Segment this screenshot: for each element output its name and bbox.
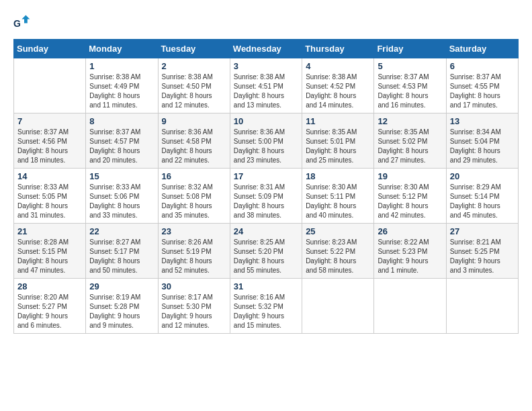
day-info: Sunrise: 8:38 AM Sunset: 4:51 PM Dayligh… (234, 73, 298, 110)
day-number: 20 (450, 171, 515, 181)
day-cell: 13Sunrise: 8:34 AM Sunset: 5:04 PM Dayli… (446, 113, 518, 169)
day-number: 5 (378, 61, 442, 71)
day-cell: 26Sunrise: 8:22 AM Sunset: 5:23 PM Dayli… (374, 224, 446, 279)
col-sunday: Sunday (14, 40, 86, 58)
col-thursday: Thursday (302, 40, 374, 58)
day-number: 19 (378, 171, 442, 181)
day-cell: 7Sunrise: 8:37 AM Sunset: 4:56 PM Daylig… (14, 113, 86, 169)
day-number: 13 (450, 116, 515, 126)
day-number: 6 (450, 61, 515, 71)
day-info: Sunrise: 8:29 AM Sunset: 5:14 PM Dayligh… (450, 183, 515, 220)
day-info: Sunrise: 8:20 AM Sunset: 5:27 PM Dayligh… (17, 293, 82, 330)
day-info: Sunrise: 8:37 AM Sunset: 4:56 PM Dayligh… (17, 128, 82, 165)
day-cell: 5Sunrise: 8:37 AM Sunset: 4:53 PM Daylig… (374, 58, 446, 113)
day-number: 12 (378, 116, 442, 126)
day-number: 24 (234, 226, 298, 236)
day-cell: 4Sunrise: 8:38 AM Sunset: 4:52 PM Daylig… (302, 58, 374, 113)
week-row-0: 1Sunrise: 8:38 AM Sunset: 4:49 PM Daylig… (14, 58, 519, 113)
day-cell: 15Sunrise: 8:33 AM Sunset: 5:06 PM Dayli… (86, 169, 158, 224)
day-info: Sunrise: 8:30 AM Sunset: 5:11 PM Dayligh… (306, 183, 370, 220)
calendar-header: Sunday Monday Tuesday Wednesday Thursday… (14, 40, 519, 58)
day-info: Sunrise: 8:37 AM Sunset: 4:55 PM Dayligh… (450, 73, 515, 110)
day-number: 9 (162, 116, 226, 126)
day-cell: 22Sunrise: 8:27 AM Sunset: 5:17 PM Dayli… (86, 224, 158, 279)
day-info: Sunrise: 8:34 AM Sunset: 5:04 PM Dayligh… (450, 128, 515, 165)
logo: G (13, 13, 35, 32)
day-info: Sunrise: 8:17 AM Sunset: 5:30 PM Dayligh… (162, 293, 226, 330)
day-info: Sunrise: 8:37 AM Sunset: 4:57 PM Dayligh… (89, 128, 154, 165)
day-info: Sunrise: 8:32 AM Sunset: 5:08 PM Dayligh… (162, 183, 226, 220)
day-info: Sunrise: 8:16 AM Sunset: 5:32 PM Dayligh… (234, 293, 298, 330)
day-number: 27 (450, 226, 515, 236)
day-cell: 9Sunrise: 8:36 AM Sunset: 4:58 PM Daylig… (158, 113, 230, 169)
day-cell: 29Sunrise: 8:19 AM Sunset: 5:28 PM Dayli… (86, 279, 158, 334)
day-cell (374, 279, 446, 334)
col-saturday: Saturday (446, 40, 518, 58)
day-cell: 2Sunrise: 8:38 AM Sunset: 4:50 PM Daylig… (158, 58, 230, 113)
day-info: Sunrise: 8:33 AM Sunset: 5:05 PM Dayligh… (17, 183, 82, 220)
day-cell: 10Sunrise: 8:36 AM Sunset: 5:00 PM Dayli… (230, 113, 302, 169)
day-number: 15 (89, 171, 154, 181)
week-row-3: 21Sunrise: 8:28 AM Sunset: 5:15 PM Dayli… (14, 224, 519, 279)
day-cell: 16Sunrise: 8:32 AM Sunset: 5:08 PM Dayli… (158, 169, 230, 224)
day-number: 29 (89, 281, 154, 291)
calendar-body: 1Sunrise: 8:38 AM Sunset: 4:49 PM Daylig… (14, 58, 519, 334)
day-number: 31 (234, 281, 298, 291)
day-info: Sunrise: 8:22 AM Sunset: 5:23 PM Dayligh… (378, 238, 442, 275)
day-cell: 1Sunrise: 8:38 AM Sunset: 4:49 PM Daylig… (86, 58, 158, 113)
day-cell: 12Sunrise: 8:35 AM Sunset: 5:02 PM Dayli… (374, 113, 446, 169)
col-friday: Friday (374, 40, 446, 58)
day-cell (302, 279, 374, 334)
calendar-table: Sunday Monday Tuesday Wednesday Thursday… (13, 39, 519, 334)
day-info: Sunrise: 8:36 AM Sunset: 4:58 PM Dayligh… (162, 128, 226, 165)
day-number: 22 (89, 226, 154, 236)
day-number: 2 (162, 61, 226, 71)
day-info: Sunrise: 8:25 AM Sunset: 5:20 PM Dayligh… (234, 238, 298, 275)
day-number: 16 (162, 171, 226, 181)
col-tuesday: Tuesday (158, 40, 230, 58)
day-cell: 24Sunrise: 8:25 AM Sunset: 5:20 PM Dayli… (230, 224, 302, 279)
header: G (13, 13, 519, 32)
day-cell: 30Sunrise: 8:17 AM Sunset: 5:30 PM Dayli… (158, 279, 230, 334)
header-row: Sunday Monday Tuesday Wednesday Thursday… (14, 40, 519, 58)
day-number: 25 (306, 226, 370, 236)
day-info: Sunrise: 8:26 AM Sunset: 5:19 PM Dayligh… (162, 238, 226, 275)
day-number: 23 (162, 226, 226, 236)
day-info: Sunrise: 8:35 AM Sunset: 5:01 PM Dayligh… (306, 128, 370, 165)
day-number: 14 (17, 171, 82, 181)
day-number: 7 (17, 116, 82, 126)
day-info: Sunrise: 8:38 AM Sunset: 4:52 PM Dayligh… (306, 73, 370, 110)
day-info: Sunrise: 8:35 AM Sunset: 5:02 PM Dayligh… (378, 128, 442, 165)
day-info: Sunrise: 8:28 AM Sunset: 5:15 PM Dayligh… (17, 238, 82, 275)
day-number: 3 (234, 61, 298, 71)
svg-marker-1 (21, 15, 30, 23)
day-number: 10 (234, 116, 298, 126)
day-info: Sunrise: 8:19 AM Sunset: 5:28 PM Dayligh… (89, 293, 154, 330)
day-cell: 21Sunrise: 8:28 AM Sunset: 5:15 PM Dayli… (14, 224, 86, 279)
day-cell: 11Sunrise: 8:35 AM Sunset: 5:01 PM Dayli… (302, 113, 374, 169)
day-number: 17 (234, 171, 298, 181)
col-monday: Monday (86, 40, 158, 58)
day-number: 11 (306, 116, 370, 126)
day-info: Sunrise: 8:27 AM Sunset: 5:17 PM Dayligh… (89, 238, 154, 275)
day-cell: 28Sunrise: 8:20 AM Sunset: 5:27 PM Dayli… (14, 279, 86, 334)
day-cell: 18Sunrise: 8:30 AM Sunset: 5:11 PM Dayli… (302, 169, 374, 224)
day-info: Sunrise: 8:31 AM Sunset: 5:09 PM Dayligh… (234, 183, 298, 220)
day-number: 4 (306, 61, 370, 71)
week-row-4: 28Sunrise: 8:20 AM Sunset: 5:27 PM Dayli… (14, 279, 519, 334)
day-cell: 27Sunrise: 8:21 AM Sunset: 5:25 PM Dayli… (446, 224, 518, 279)
day-cell: 19Sunrise: 8:30 AM Sunset: 5:12 PM Dayli… (374, 169, 446, 224)
day-cell: 25Sunrise: 8:23 AM Sunset: 5:22 PM Dayli… (302, 224, 374, 279)
day-cell: 8Sunrise: 8:37 AM Sunset: 4:57 PM Daylig… (86, 113, 158, 169)
day-cell: 14Sunrise: 8:33 AM Sunset: 5:05 PM Dayli… (14, 169, 86, 224)
day-number: 18 (306, 171, 370, 181)
day-info: Sunrise: 8:33 AM Sunset: 5:06 PM Dayligh… (89, 183, 154, 220)
day-number: 30 (162, 281, 226, 291)
day-number: 26 (378, 226, 442, 236)
day-cell: 23Sunrise: 8:26 AM Sunset: 5:19 PM Dayli… (158, 224, 230, 279)
col-wednesday: Wednesday (230, 40, 302, 58)
day-info: Sunrise: 8:38 AM Sunset: 4:49 PM Dayligh… (89, 73, 154, 110)
day-cell: 17Sunrise: 8:31 AM Sunset: 5:09 PM Dayli… (230, 169, 302, 224)
day-cell: 3Sunrise: 8:38 AM Sunset: 4:51 PM Daylig… (230, 58, 302, 113)
day-cell: 31Sunrise: 8:16 AM Sunset: 5:32 PM Dayli… (230, 279, 302, 334)
